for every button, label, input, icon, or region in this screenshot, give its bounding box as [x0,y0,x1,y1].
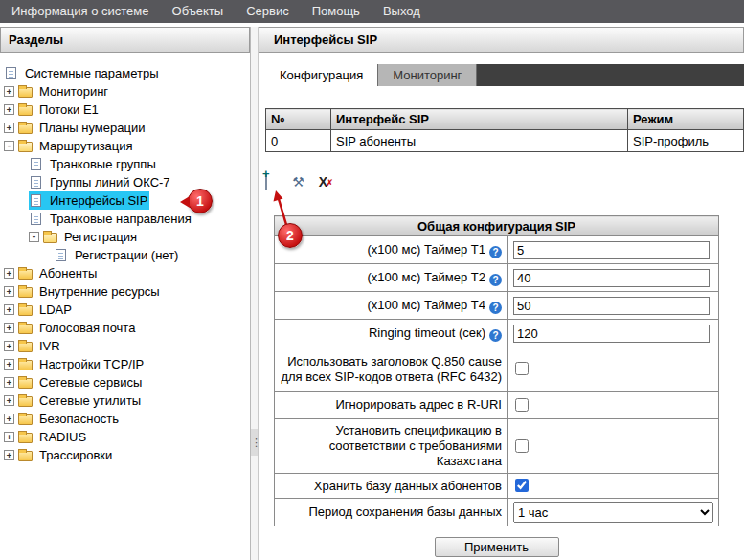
help-icon[interactable]: ? [489,329,502,342]
sections-tree: Системные параметры + Мониторинг + Поток… [0,53,250,464]
document-icon [31,176,41,189]
panel-splitter[interactable]: ⋮ [251,27,259,560]
document-icon [56,249,66,261]
sidebar-title: Разделы [0,27,250,53]
kazakhstan-spec-checkbox[interactable] [515,439,529,453]
selected-tree-item: Интерфейсы SIP [29,191,149,210]
main-area: Разделы Системные параметры + Мониторинг… [0,27,744,560]
expander-icon[interactable]: + [4,104,14,115]
kazakhstan-spec-label: Установить спецификацию в соответствии с… [329,423,502,468]
menu-item-exit[interactable]: Выход [372,0,432,23]
column-mode: Режим [628,109,744,130]
panel-title: Интерфейсы SIP [259,27,744,53]
timer-t2-label: (х100 мс) Таймер T2 [367,270,485,284]
menu-item-system-info[interactable]: Информация о системе [0,0,161,23]
folder-icon [18,451,33,461]
tree-item-numbering-plans[interactable]: + Планы нумерации [0,119,250,137]
document-icon [31,158,41,170]
tree-item-routing[interactable]: - Маршрутизация [0,137,250,155]
expander-icon[interactable]: - [4,141,14,151]
add-icon [265,173,267,190]
menu-item-help[interactable]: Помощь [301,0,372,23]
expander-icon[interactable]: + [4,432,14,442]
folder-icon [18,414,33,425]
tree-item-internal-resources[interactable]: + Внутренние ресурсы [0,282,250,301]
menu-item-service[interactable]: Сервис [235,0,301,23]
delete-interface-button[interactable]: X [315,174,331,190]
expander-icon[interactable]: + [4,359,14,370]
folder-icon [18,105,33,116]
apply-button[interactable]: Применить [435,537,559,557]
sip-config-form: Общая конфигурация SIP (х100 мс) Таймер … [274,215,719,557]
tab-configuration[interactable]: Конфигурация [265,64,378,86]
tree-item-registration[interactable]: - Регистрация [0,228,250,246]
folder-icon [18,269,33,280]
menu-item-objects[interactable]: Объекты [161,0,236,23]
cell-mode: SIP-профиль [628,130,744,152]
folder-icon [18,433,33,443]
tree-item-network-utilities[interactable]: + Сетевые утилиты [0,392,250,410]
document-icon [6,67,16,79]
expander-icon[interactable]: + [4,323,14,333]
tree-item-oks7-line-groups[interactable]: Группы линий ОКС-7 [0,173,250,191]
table-row[interactable]: 0 SIP абоненты SIP-профиль [266,130,744,152]
tree-item-trunk-directions[interactable]: Транковые направления [0,210,250,228]
folder-icon [18,87,33,98]
tree-item-security[interactable]: + Безопасность [0,410,250,428]
db-save-period-select[interactable]: 1 час [513,502,713,523]
tree-item-system-parameters[interactable]: Системные параметры [0,64,250,82]
folder-icon [18,287,33,298]
expander-icon[interactable]: - [29,232,39,242]
splitter-handle-icon[interactable]: ⋮ [251,429,258,456]
form-row-q850: Использовать заголовок Q.850 cause для в… [275,347,719,392]
document-icon [31,213,41,225]
help-icon[interactable]: ? [489,246,502,258]
expander-icon[interactable]: + [4,414,14,424]
tree-item-trunk-groups[interactable]: Транковые группы [0,155,250,173]
expander-icon[interactable]: + [4,86,14,97]
folder-icon [18,378,33,389]
folder-icon [18,324,33,334]
expander-icon[interactable]: + [4,304,14,315]
expander-icon[interactable]: + [4,286,14,297]
tree-item-monitoring[interactable]: + Мониторинг [0,82,250,101]
help-icon[interactable]: ? [489,302,502,314]
open-folder-icon [18,142,33,152]
tab-monitoring[interactable]: Мониторинг [378,64,477,86]
expander-icon[interactable]: + [4,377,14,388]
timer-t1-label: (х100 мс) Таймер T1 [367,242,485,257]
table-header-row: № Интерфейс SIP Режим [266,109,744,130]
expander-icon[interactable]: + [4,450,14,460]
timer-t4-input[interactable] [513,297,710,315]
tree-item-e1-streams[interactable]: + Потоки E1 [0,101,250,119]
tree-item-tcpip-settings[interactable]: + Настройки TCP/IP [0,355,250,373]
ringing-timeout-input[interactable] [513,325,710,343]
expander-icon[interactable]: + [4,123,14,133]
ignore-ruri-checkbox[interactable] [515,398,529,412]
help-icon[interactable]: ? [489,274,502,286]
content-panel: Интерфейсы SIP Конфигурация Мониторинг №… [259,27,744,560]
expander-icon[interactable]: + [4,395,14,406]
timer-t2-input[interactable] [513,269,710,287]
tree-item-network-services[interactable]: + Сетевые сервисы [0,373,250,392]
tree-item-subscribers[interactable]: + Абоненты [0,264,250,282]
expander-icon[interactable]: + [4,268,14,279]
timer-t1-input[interactable] [513,241,710,259]
form-row-ringing-timeout: Ringing timeout (сек)? [275,320,719,347]
folder-icon [18,360,33,370]
tree-item-ldap[interactable]: + LDAP [0,301,250,319]
tree-item-registrations-none[interactable]: Регистрации (нет) [0,246,250,264]
tree-item-radius[interactable]: + RADIUS [0,428,250,446]
folder-icon [18,342,33,352]
q850-checkbox[interactable] [515,362,529,375]
tree-item-traces[interactable]: + Трассировки [0,446,250,464]
store-db-label: Хранить базу данных абонентов [314,479,502,493]
expander-icon[interactable]: + [4,341,14,351]
tree-item-voicemail[interactable]: + Голосовая почта [0,319,250,337]
form-header-row: Общая конфигурация SIP [275,216,719,236]
sip-interfaces-table: № Интерфейс SIP Режим 0 SIP абоненты SIP… [265,108,744,152]
column-number: № [266,109,331,130]
store-db-checkbox[interactable] [515,479,529,492]
tree-item-ivr[interactable]: + IVR [0,337,250,355]
db-save-period-label: Период сохранения базы данных [308,504,502,519]
